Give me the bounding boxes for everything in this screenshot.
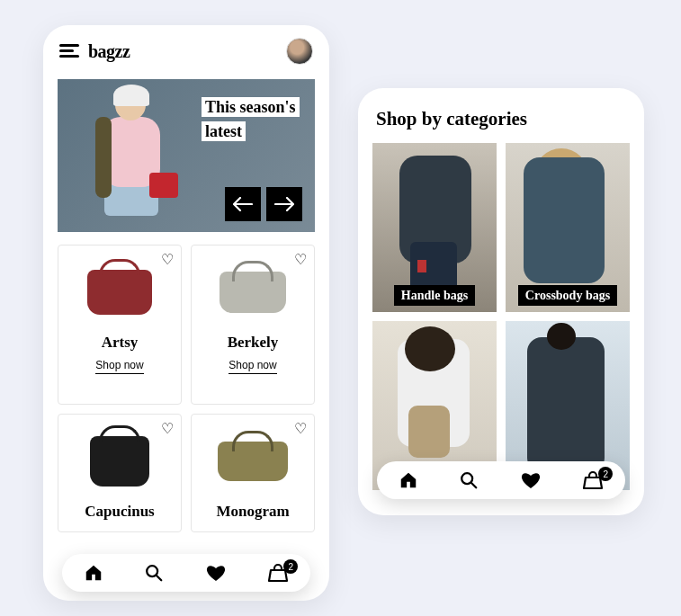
brand-logo: bagzz <box>88 41 130 62</box>
phone-home-screen: bagzz This season's latest ♡ Artsy Shop … <box>43 25 329 601</box>
category-label: Handle bags <box>372 287 497 303</box>
shop-now-link[interactable]: Shop now <box>228 359 276 374</box>
product-image <box>199 427 307 495</box>
hero-prev-button[interactable] <box>225 187 261 221</box>
header: bagzz <box>43 25 329 74</box>
menu-icon[interactable] <box>59 44 79 58</box>
product-card[interactable]: ♡ Berkely Shop now <box>191 245 315 405</box>
nav-favorites-icon[interactable] <box>520 470 542 490</box>
hero-next-button[interactable] <box>266 187 302 221</box>
cart-badge: 2 <box>283 559 298 574</box>
cart-badge: 2 <box>598 467 613 481</box>
nav-search-icon[interactable] <box>144 563 164 583</box>
nav-favorites-icon[interactable] <box>205 563 227 583</box>
product-image <box>66 427 174 495</box>
favorite-icon[interactable]: ♡ <box>294 420 307 437</box>
product-grid: ♡ Artsy Shop now ♡ Berkely Shop now ♡ Ca… <box>43 245 329 532</box>
product-name: Capucinus <box>66 503 174 521</box>
hero-image <box>77 86 194 230</box>
shop-now-link[interactable]: Shop now <box>95 359 143 374</box>
category-card[interactable]: Handle bags <box>372 143 497 312</box>
hero-banner[interactable]: This season's latest <box>58 79 315 232</box>
product-name: Berkely <box>199 334 307 352</box>
section-title: Shop by categories <box>358 88 644 143</box>
nav-cart-icon[interactable]: 2 <box>267 563 289 583</box>
product-card[interactable]: ♡ Artsy Shop now <box>58 245 182 405</box>
product-card[interactable]: ♡ Capucinus <box>58 414 182 532</box>
phone-categories-screen: Shop by categories Handle bags Crossbody… <box>358 88 644 515</box>
category-grid: Handle bags Crossbody bags Shoulder bags… <box>358 143 644 490</box>
hero-title: This season's latest <box>202 95 299 144</box>
product-image <box>66 258 174 326</box>
favorite-icon[interactable]: ♡ <box>161 420 174 437</box>
bottom-nav: 2 <box>62 554 310 592</box>
product-image <box>199 258 307 326</box>
nav-home-icon[interactable] <box>84 563 103 583</box>
product-name: Monogram <box>199 503 307 521</box>
bottom-nav: 2 <box>377 461 625 499</box>
favorite-icon[interactable]: ♡ <box>294 251 307 268</box>
nav-home-icon[interactable] <box>399 470 418 490</box>
nav-cart-icon[interactable]: 2 <box>582 470 604 490</box>
product-name: Artsy <box>66 334 174 352</box>
category-label: Crossbody bags <box>506 287 630 303</box>
hero-nav <box>225 187 302 221</box>
favorite-icon[interactable]: ♡ <box>161 251 174 268</box>
category-card[interactable]: Crossbody bags <box>506 143 630 312</box>
product-card[interactable]: ♡ Monogram <box>191 414 315 532</box>
nav-search-icon[interactable] <box>459 470 479 490</box>
avatar[interactable] <box>286 38 313 65</box>
